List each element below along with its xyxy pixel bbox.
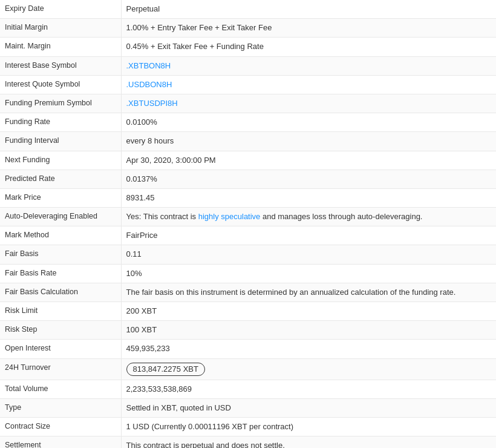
row-value: 813,847.2275 XBT xyxy=(121,358,496,380)
row-label: Funding Premium Symbol xyxy=(0,94,121,113)
table-row: Fair Basis Rate10% xyxy=(0,264,496,283)
table-row: Expiry DatePerpetual xyxy=(0,0,496,19)
table-row: Mark MethodFairPrice xyxy=(0,226,496,245)
row-label: Funding Interval xyxy=(0,132,121,151)
row-value: 2,233,533,538,869 xyxy=(121,380,496,398)
row-label: Auto-Deleveraging Enabled xyxy=(0,208,121,226)
row-value: 0.0137% xyxy=(121,170,496,188)
row-label: Predicted Rate xyxy=(0,170,121,188)
row-label: Mark Price xyxy=(0,188,121,207)
table-row: Total Volume2,233,533,538,869 xyxy=(0,380,496,398)
row-value[interactable]: .XBTBON8H xyxy=(121,56,496,75)
row-label: Total Volume xyxy=(0,380,121,398)
table-row: Auto-Deleveraging EnabledYes: This contr… xyxy=(0,208,496,226)
row-label: Funding Rate xyxy=(0,113,121,132)
row-value: 1 USD (Currently 0.00011196 XBT per cont… xyxy=(121,418,496,436)
table-row: 24H Turnover813,847.2275 XBT xyxy=(0,358,496,380)
contract-details-table: Expiry DatePerpetualInitial Margin1.00% … xyxy=(0,0,496,448)
row-label: Fair Basis xyxy=(0,245,121,264)
row-label: Interest Base Symbol xyxy=(0,56,121,75)
symbol-link[interactable]: .XBTUSDPI8H xyxy=(126,99,178,108)
row-value: 0.11 xyxy=(121,245,496,264)
table-row: Fair Basis0.11 xyxy=(0,245,496,264)
row-value: 1.00% + Entry Taker Fee + Exit Taker Fee xyxy=(121,19,496,38)
row-value: every 8 hours xyxy=(121,132,496,151)
row-label: Fair Basis Calculation xyxy=(0,283,121,301)
row-value: Apr 30, 2020, 3:00:00 PM xyxy=(121,151,496,170)
row-label: Initial Margin xyxy=(0,19,121,38)
table-row: Predicted Rate0.0137% xyxy=(0,170,496,188)
row-label: Interest Quote Symbol xyxy=(0,75,121,94)
row-value: 100 XBT xyxy=(121,321,496,340)
table-row: Maint. Margin0.45% + Exit Taker Fee + Fu… xyxy=(0,38,496,56)
table-row: Open Interest459,935,233 xyxy=(0,340,496,358)
row-label: Maint. Margin xyxy=(0,38,121,56)
row-label: Open Interest xyxy=(0,340,121,358)
row-value: 0.45% + Exit Taker Fee + Funding Rate xyxy=(121,38,496,56)
speculative-link[interactable]: highly speculative xyxy=(198,212,261,221)
row-value: 200 XBT xyxy=(121,302,496,321)
row-label: Contract Size xyxy=(0,418,121,436)
table-row: Fair Basis CalculationThe fair basis on … xyxy=(0,283,496,301)
row-value: 10% xyxy=(121,264,496,283)
row-value[interactable]: .XBTUSDPI8H xyxy=(121,94,496,113)
table-row: Funding Intervalevery 8 hours xyxy=(0,132,496,151)
table-row: Funding Rate0.0100% xyxy=(0,113,496,132)
table-row: Contract Size1 USD (Currently 0.00011196… xyxy=(0,418,496,436)
symbol-link[interactable]: .USDBON8H xyxy=(126,80,172,89)
row-value: The fair basis on this instrument is det… xyxy=(121,283,496,301)
table-row: Initial Margin1.00% + Entry Taker Fee + … xyxy=(0,19,496,38)
table-row: Next FundingApr 30, 2020, 3:00:00 PM xyxy=(0,151,496,170)
table-row: Interest Quote Symbol.USDBON8H xyxy=(0,75,496,94)
row-value: Settled in XBT, quoted in USD xyxy=(121,398,496,417)
row-value: 0.0100% xyxy=(121,113,496,132)
row-value[interactable]: Yes: This contract is highly speculative… xyxy=(121,208,496,226)
table-row: Risk Step100 XBT xyxy=(0,321,496,340)
table-row: Funding Premium Symbol.XBTUSDPI8H xyxy=(0,94,496,113)
row-label: Fair Basis Rate xyxy=(0,264,121,283)
row-value: 459,935,233 xyxy=(121,340,496,358)
row-label: Risk Step xyxy=(0,321,121,340)
row-label: Risk Limit xyxy=(0,302,121,321)
table-row: Interest Base Symbol.XBTBON8H xyxy=(0,56,496,75)
table-row: SettlementThis contract is perpetual and… xyxy=(0,436,496,448)
symbol-link[interactable]: .XBTBON8H xyxy=(126,61,171,70)
row-label: 24H Turnover xyxy=(0,358,121,380)
row-label: Mark Method xyxy=(0,226,121,245)
table-row: Risk Limit200 XBT xyxy=(0,302,496,321)
row-value: Perpetual xyxy=(121,0,496,19)
row-value: FairPrice xyxy=(121,226,496,245)
table-row: Mark Price8931.45 xyxy=(0,188,496,207)
row-value[interactable]: .USDBON8H xyxy=(121,75,496,94)
table-row: TypeSettled in XBT, quoted in USD xyxy=(0,398,496,417)
row-label: Type xyxy=(0,398,121,417)
row-value: This contract is perpetual and does not … xyxy=(121,436,496,448)
circled-value: 813,847.2275 XBT xyxy=(126,363,205,376)
row-label: Settlement xyxy=(0,436,121,448)
row-label: Next Funding xyxy=(0,151,121,170)
row-value: 8931.45 xyxy=(121,188,496,207)
row-label: Expiry Date xyxy=(0,0,121,19)
